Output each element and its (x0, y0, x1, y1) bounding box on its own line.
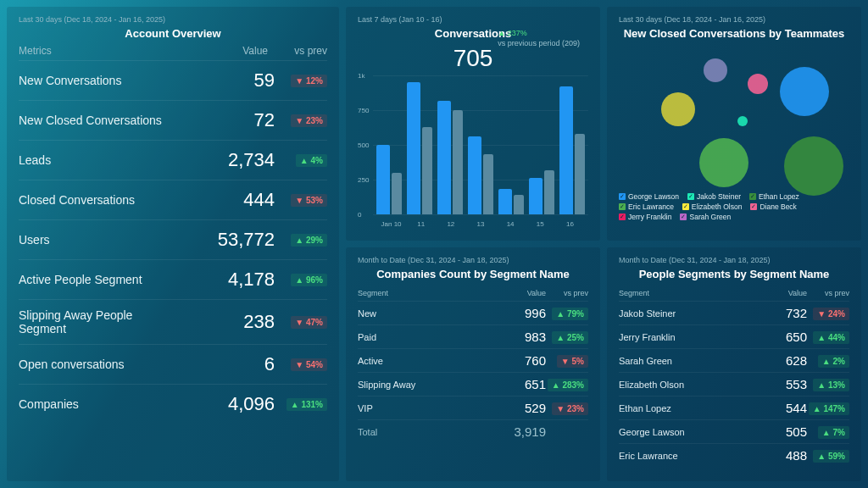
metric-row[interactable]: Users 53,772 ▲ 29% (19, 219, 327, 259)
companies-header-row: Segment Value vs prev (358, 286, 588, 301)
delta-badge: ▲ 4% (296, 154, 327, 167)
table-row[interactable]: Eric Lawrance 488 ▲ 59% (619, 443, 849, 467)
bubble[interactable] (699, 138, 748, 187)
table-row[interactable]: Ethan Lopez 544 ▲ 147% (619, 396, 849, 419)
bar-group[interactable] (498, 189, 524, 214)
x-tick: 11 (406, 220, 436, 228)
x-tick: 15 (526, 220, 555, 228)
col-metrics: Metrics (19, 45, 200, 57)
table-row[interactable]: VIP 529 ▼ 23% (358, 396, 588, 419)
companies-period: Month to Date (Dec 31, 2024 - Jan 18, 20… (358, 256, 588, 264)
bar-group[interactable] (468, 136, 493, 214)
conversations-prev-label: vs previous period (209) (498, 39, 580, 47)
bar-group[interactable] (376, 145, 402, 214)
legend-item[interactable]: ✓ Elizabeth Olson (682, 202, 743, 211)
total-label: Total (358, 427, 495, 437)
metric-label: Active People Segment (19, 273, 181, 286)
bar-group[interactable] (559, 86, 585, 214)
table-row[interactable]: George Lawson 505 ▲ 7% (619, 419, 849, 443)
delta-badge: ▲ 59% (813, 450, 849, 463)
overview-title: Account Overview (19, 27, 327, 40)
metric-label: New Conversations (19, 74, 181, 87)
legend-label: Jakob Steiner (697, 192, 741, 201)
legend-label: Ethan Lopez (759, 192, 799, 201)
bubble[interactable] (704, 58, 727, 82)
bar-current (407, 82, 420, 214)
bar-group[interactable] (407, 82, 432, 214)
legend-item[interactable]: ✓ Jerry Franklin (619, 213, 671, 221)
bubble[interactable] (737, 116, 748, 126)
row-label: VIP (358, 403, 495, 413)
row-value: 505 (756, 424, 807, 439)
people-header-row: Segment Value vs prev (619, 286, 849, 301)
metric-value: 238 (181, 311, 275, 333)
table-row[interactable]: Active 760 ▼ 5% (358, 348, 588, 372)
metric-row[interactable]: Closed Conversations 444 ▼ 53% (19, 180, 327, 219)
total-row: Total 3,919 (358, 419, 588, 443)
conversations-total: 705 (453, 45, 493, 72)
row-label: Paid (358, 332, 495, 342)
metric-row[interactable]: Leads 2,734 ▲ 4% (19, 140, 327, 180)
col-segment: Segment (619, 289, 756, 297)
row-label: Slipping Away (358, 380, 495, 390)
bubble[interactable] (661, 92, 695, 126)
checkbox-icon: ✓ (749, 193, 756, 200)
delta-badge: ▲ 79% (552, 308, 588, 320)
bar-current (468, 136, 481, 214)
bubble-chart[interactable] (619, 45, 849, 189)
metric-value: 4,096 (181, 393, 275, 415)
bubbles-title: New Closed Conversations by Teammates (619, 27, 849, 40)
legend-item[interactable]: ✓ Ethan Lopez (749, 192, 799, 201)
row-value: 488 (756, 448, 807, 463)
metric-label: Leads (19, 153, 181, 167)
table-row[interactable]: Paid 983 ▲ 25% (358, 324, 588, 348)
metric-row[interactable]: Slipping Away People Segment 238 ▼ 47% (19, 299, 327, 344)
table-row[interactable]: New 996 ▲ 79% (358, 301, 588, 324)
companies-panel: Month to Date (Dec 31, 2024 - Jan 18, 20… (346, 247, 600, 481)
x-tick: 13 (465, 220, 495, 228)
delta-badge: ▲ 2% (818, 355, 849, 368)
row-label: Sarah Green (619, 356, 756, 366)
metric-value: 72 (181, 109, 275, 131)
row-label: Ethan Lopez (619, 403, 756, 413)
metric-row[interactable]: New Closed Conversations 72 ▼ 23% (19, 100, 327, 140)
x-tick: 12 (436, 220, 465, 228)
checkbox-icon: ✓ (619, 203, 626, 210)
table-row[interactable]: Sarah Green 628 ▲ 2% (619, 348, 849, 372)
metric-row[interactable]: Companies 4,096 ▲ 131% (19, 384, 327, 424)
delta-badge: ▲ 131% (287, 398, 327, 411)
legend-item[interactable]: ✓ Diane Beck (750, 202, 796, 211)
table-row[interactable]: Jerry Franklin 650 ▲ 44% (619, 324, 849, 348)
legend-item[interactable]: ✓ George Lawson (619, 192, 679, 201)
delta-badge: ▼ 12% (291, 75, 327, 87)
metric-row[interactable]: Active People Segment 4,178 ▲ 96% (19, 259, 327, 299)
delta-badge: ▲ 44% (813, 331, 849, 344)
row-label: New (358, 308, 495, 319)
y-tick: 500 (358, 141, 369, 149)
y-tick: 0 (358, 211, 361, 219)
table-row[interactable]: Elizabeth Olson 553 ▲ 13% (619, 372, 849, 396)
conversations-bar-chart[interactable]: 0 250 500 750 1k Jan 10111213141516 (358, 75, 588, 228)
bar-group[interactable] (529, 170, 554, 214)
table-row[interactable]: Slipping Away 651 ▲ 283% (358, 372, 588, 396)
bubbles-period: Last 30 days (Dec 18, 2024 - Jan 16, 202… (619, 15, 849, 24)
table-row[interactable]: Jakob Steiner 732 ▼ 24% (619, 301, 849, 324)
delta-badge: ▼ 5% (557, 355, 588, 368)
bar-previous (392, 173, 402, 214)
y-tick: 750 (358, 107, 369, 114)
bar-current (437, 101, 451, 214)
overview-header-row: Metrics Value vs prev (19, 45, 327, 57)
metric-label: Users (19, 233, 181, 247)
legend-item[interactable]: ✓ Eric Lawrance (619, 202, 674, 211)
bar-previous (514, 195, 524, 214)
bubble[interactable] (748, 74, 768, 94)
bubble[interactable] (784, 136, 843, 196)
bar-group[interactable] (437, 101, 463, 214)
delta-badge: ▼ 23% (291, 114, 327, 127)
bubble[interactable] (780, 67, 829, 116)
legend-item[interactable]: ✓ Jakob Steiner (687, 192, 741, 201)
legend-item[interactable]: ✓ Sarah Green (680, 213, 731, 221)
metric-row[interactable]: New Conversations 59 ▼ 12% (19, 60, 327, 100)
metric-row[interactable]: Open conversations 6 ▼ 54% (19, 344, 327, 384)
conversations-delta: ▲ 237% (498, 29, 526, 37)
